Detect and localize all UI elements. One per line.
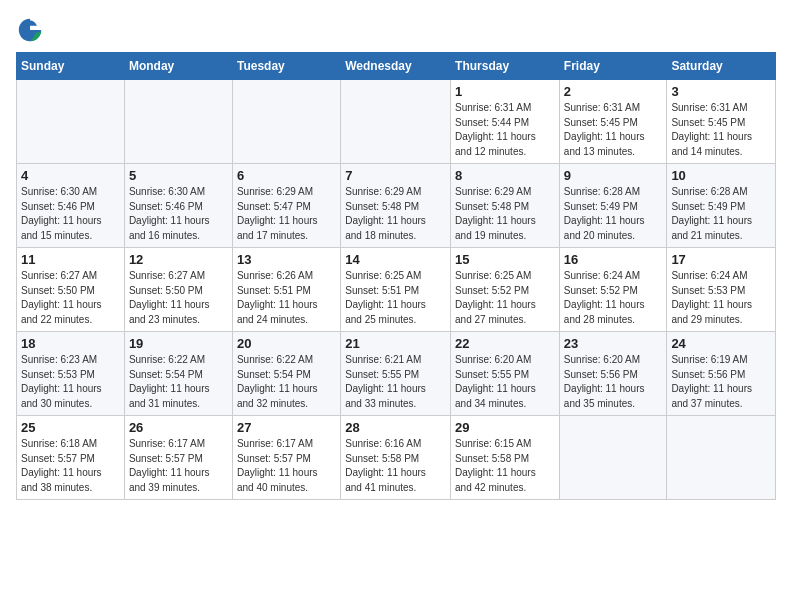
day-number: 23	[564, 336, 663, 351]
weekday-header-thursday: Thursday	[451, 53, 560, 80]
calendar-cell	[559, 416, 667, 500]
calendar-cell: 14Sunrise: 6:25 AM Sunset: 5:51 PM Dayli…	[341, 248, 451, 332]
day-number: 18	[21, 336, 120, 351]
calendar-cell: 18Sunrise: 6:23 AM Sunset: 5:53 PM Dayli…	[17, 332, 125, 416]
day-number: 25	[21, 420, 120, 435]
day-info: Sunrise: 6:22 AM Sunset: 5:54 PM Dayligh…	[129, 353, 228, 411]
day-number: 12	[129, 252, 228, 267]
day-info: Sunrise: 6:28 AM Sunset: 5:49 PM Dayligh…	[671, 185, 771, 243]
day-number: 9	[564, 168, 663, 183]
calendar-cell: 26Sunrise: 6:17 AM Sunset: 5:57 PM Dayli…	[124, 416, 232, 500]
calendar-cell: 29Sunrise: 6:15 AM Sunset: 5:58 PM Dayli…	[451, 416, 560, 500]
day-info: Sunrise: 6:30 AM Sunset: 5:46 PM Dayligh…	[21, 185, 120, 243]
calendar-cell	[667, 416, 776, 500]
day-info: Sunrise: 6:27 AM Sunset: 5:50 PM Dayligh…	[21, 269, 120, 327]
calendar-cell: 10Sunrise: 6:28 AM Sunset: 5:49 PM Dayli…	[667, 164, 776, 248]
day-number: 24	[671, 336, 771, 351]
calendar-cell: 20Sunrise: 6:22 AM Sunset: 5:54 PM Dayli…	[232, 332, 340, 416]
day-info: Sunrise: 6:20 AM Sunset: 5:56 PM Dayligh…	[564, 353, 663, 411]
day-number: 8	[455, 168, 555, 183]
day-number: 10	[671, 168, 771, 183]
weekday-header-monday: Monday	[124, 53, 232, 80]
day-info: Sunrise: 6:22 AM Sunset: 5:54 PM Dayligh…	[237, 353, 336, 411]
calendar-cell: 25Sunrise: 6:18 AM Sunset: 5:57 PM Dayli…	[17, 416, 125, 500]
calendar-cell: 19Sunrise: 6:22 AM Sunset: 5:54 PM Dayli…	[124, 332, 232, 416]
calendar-cell: 9Sunrise: 6:28 AM Sunset: 5:49 PM Daylig…	[559, 164, 667, 248]
day-info: Sunrise: 6:29 AM Sunset: 5:48 PM Dayligh…	[455, 185, 555, 243]
logo	[16, 16, 48, 44]
calendar-cell: 5Sunrise: 6:30 AM Sunset: 5:46 PM Daylig…	[124, 164, 232, 248]
calendar-cell: 22Sunrise: 6:20 AM Sunset: 5:55 PM Dayli…	[451, 332, 560, 416]
day-info: Sunrise: 6:19 AM Sunset: 5:56 PM Dayligh…	[671, 353, 771, 411]
day-info: Sunrise: 6:25 AM Sunset: 5:52 PM Dayligh…	[455, 269, 555, 327]
day-number: 28	[345, 420, 446, 435]
day-info: Sunrise: 6:26 AM Sunset: 5:51 PM Dayligh…	[237, 269, 336, 327]
calendar-cell: 6Sunrise: 6:29 AM Sunset: 5:47 PM Daylig…	[232, 164, 340, 248]
day-info: Sunrise: 6:28 AM Sunset: 5:49 PM Dayligh…	[564, 185, 663, 243]
day-number: 5	[129, 168, 228, 183]
day-info: Sunrise: 6:29 AM Sunset: 5:47 PM Dayligh…	[237, 185, 336, 243]
calendar-cell: 23Sunrise: 6:20 AM Sunset: 5:56 PM Dayli…	[559, 332, 667, 416]
day-number: 16	[564, 252, 663, 267]
weekday-header-tuesday: Tuesday	[232, 53, 340, 80]
calendar-cell: 8Sunrise: 6:29 AM Sunset: 5:48 PM Daylig…	[451, 164, 560, 248]
day-info: Sunrise: 6:25 AM Sunset: 5:51 PM Dayligh…	[345, 269, 446, 327]
calendar-cell: 16Sunrise: 6:24 AM Sunset: 5:52 PM Dayli…	[559, 248, 667, 332]
calendar-cell: 27Sunrise: 6:17 AM Sunset: 5:57 PM Dayli…	[232, 416, 340, 500]
calendar-cell	[17, 80, 125, 164]
day-number: 7	[345, 168, 446, 183]
day-info: Sunrise: 6:24 AM Sunset: 5:53 PM Dayligh…	[671, 269, 771, 327]
calendar-cell: 1Sunrise: 6:31 AM Sunset: 5:44 PM Daylig…	[451, 80, 560, 164]
day-number: 4	[21, 168, 120, 183]
weekday-header-wednesday: Wednesday	[341, 53, 451, 80]
day-info: Sunrise: 6:31 AM Sunset: 5:44 PM Dayligh…	[455, 101, 555, 159]
day-info: Sunrise: 6:21 AM Sunset: 5:55 PM Dayligh…	[345, 353, 446, 411]
day-number: 26	[129, 420, 228, 435]
weekday-header-saturday: Saturday	[667, 53, 776, 80]
day-number: 29	[455, 420, 555, 435]
day-info: Sunrise: 6:29 AM Sunset: 5:48 PM Dayligh…	[345, 185, 446, 243]
calendar-cell: 7Sunrise: 6:29 AM Sunset: 5:48 PM Daylig…	[341, 164, 451, 248]
page-header	[16, 16, 776, 44]
day-number: 15	[455, 252, 555, 267]
day-info: Sunrise: 6:24 AM Sunset: 5:52 PM Dayligh…	[564, 269, 663, 327]
calendar-cell	[341, 80, 451, 164]
calendar-cell: 13Sunrise: 6:26 AM Sunset: 5:51 PM Dayli…	[232, 248, 340, 332]
day-info: Sunrise: 6:15 AM Sunset: 5:58 PM Dayligh…	[455, 437, 555, 495]
calendar-cell: 4Sunrise: 6:30 AM Sunset: 5:46 PM Daylig…	[17, 164, 125, 248]
day-info: Sunrise: 6:17 AM Sunset: 5:57 PM Dayligh…	[129, 437, 228, 495]
calendar-cell: 21Sunrise: 6:21 AM Sunset: 5:55 PM Dayli…	[341, 332, 451, 416]
calendar-cell: 28Sunrise: 6:16 AM Sunset: 5:58 PM Dayli…	[341, 416, 451, 500]
day-number: 11	[21, 252, 120, 267]
day-info: Sunrise: 6:31 AM Sunset: 5:45 PM Dayligh…	[564, 101, 663, 159]
day-number: 20	[237, 336, 336, 351]
calendar-cell: 17Sunrise: 6:24 AM Sunset: 5:53 PM Dayli…	[667, 248, 776, 332]
day-number: 27	[237, 420, 336, 435]
day-number: 13	[237, 252, 336, 267]
day-number: 1	[455, 84, 555, 99]
day-info: Sunrise: 6:18 AM Sunset: 5:57 PM Dayligh…	[21, 437, 120, 495]
day-number: 2	[564, 84, 663, 99]
day-number: 21	[345, 336, 446, 351]
day-number: 22	[455, 336, 555, 351]
calendar-cell: 2Sunrise: 6:31 AM Sunset: 5:45 PM Daylig…	[559, 80, 667, 164]
day-info: Sunrise: 6:27 AM Sunset: 5:50 PM Dayligh…	[129, 269, 228, 327]
day-number: 3	[671, 84, 771, 99]
day-info: Sunrise: 6:30 AM Sunset: 5:46 PM Dayligh…	[129, 185, 228, 243]
weekday-header-friday: Friday	[559, 53, 667, 80]
day-info: Sunrise: 6:17 AM Sunset: 5:57 PM Dayligh…	[237, 437, 336, 495]
calendar-cell: 12Sunrise: 6:27 AM Sunset: 5:50 PM Dayli…	[124, 248, 232, 332]
day-info: Sunrise: 6:16 AM Sunset: 5:58 PM Dayligh…	[345, 437, 446, 495]
calendar-cell: 24Sunrise: 6:19 AM Sunset: 5:56 PM Dayli…	[667, 332, 776, 416]
weekday-header-sunday: Sunday	[17, 53, 125, 80]
day-number: 6	[237, 168, 336, 183]
calendar-cell	[232, 80, 340, 164]
day-number: 19	[129, 336, 228, 351]
calendar-cell	[124, 80, 232, 164]
calendar-cell: 15Sunrise: 6:25 AM Sunset: 5:52 PM Dayli…	[451, 248, 560, 332]
day-info: Sunrise: 6:20 AM Sunset: 5:55 PM Dayligh…	[455, 353, 555, 411]
day-number: 14	[345, 252, 446, 267]
calendar-table: SundayMondayTuesdayWednesdayThursdayFrid…	[16, 52, 776, 500]
calendar-cell: 3Sunrise: 6:31 AM Sunset: 5:45 PM Daylig…	[667, 80, 776, 164]
day-number: 17	[671, 252, 771, 267]
